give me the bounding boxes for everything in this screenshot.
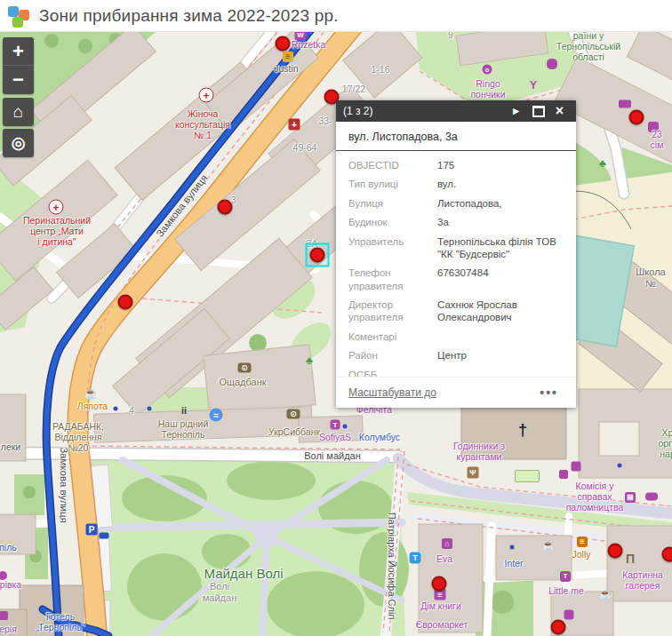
popup-field-row: Директор управителяСахнюк Ярослав Олекса…	[348, 298, 564, 324]
feature-marker[interactable]	[218, 200, 233, 215]
trees-icon	[645, 493, 658, 501]
selected-feature-marker[interactable]	[310, 248, 325, 263]
map-label: Жіноча консультація № 1	[175, 108, 230, 140]
layers-icon: ≡	[283, 52, 293, 62]
feature-marker[interactable]	[629, 110, 644, 125]
locate-icon: ◎	[12, 133, 26, 153]
map-label: Ощадбанк	[219, 377, 266, 388]
app-title: Зони прибирання зима 2022-2023 рр.	[39, 6, 339, 26]
shirt-icon: T	[331, 420, 340, 430]
map-label: УкрСиббанк	[268, 426, 320, 437]
popup-field-row: УправительТернопільська філія ТОВ "КК "Б…	[348, 235, 564, 261]
popup-next-button[interactable]: ►	[506, 105, 527, 117]
field-label: Тип вулиці	[348, 178, 437, 190]
field-value: Листопадова,	[437, 197, 564, 210]
popup-field-row: Телефон управителя676307484	[348, 266, 564, 292]
map-label: Дім книги	[420, 600, 461, 611]
maximize-icon	[532, 106, 545, 117]
poi-dot-icon	[148, 407, 152, 411]
map-label: рівка	[0, 579, 21, 590]
map-label: Замкова вулиця	[57, 447, 68, 523]
donut-icon: o	[483, 65, 492, 75]
clinic-cross-icon: +	[49, 200, 64, 215]
zoom-in-button[interactable]: +	[3, 37, 34, 66]
taxi-icon: T	[410, 553, 421, 564]
feature-marker[interactable]	[551, 620, 566, 635]
map-label: Justin	[274, 63, 298, 74]
field-label: Коментарі	[348, 330, 437, 343]
shop-icon	[0, 611, 8, 620]
shop-icon: W	[295, 32, 307, 41]
feature-marker[interactable]	[276, 36, 291, 52]
popup-more-button[interactable]: •••	[534, 385, 564, 401]
feature-marker[interactable]	[432, 576, 447, 592]
shirt-icon: T	[560, 571, 571, 582]
map-label: Школа №	[636, 266, 665, 289]
home-button[interactable]: ⌂	[3, 98, 34, 126]
clinic-cross-icon: +	[199, 88, 214, 103]
feature-marker[interactable]	[608, 544, 623, 559]
map-label: Little me	[548, 585, 584, 596]
popup-field-row: ОСББ	[348, 369, 564, 378]
popup-field-row: Коментарі	[348, 330, 564, 343]
map-label: Годинники з курантами	[453, 441, 505, 462]
popup-close-button[interactable]: ×	[550, 104, 569, 118]
map-label: Inter	[504, 558, 523, 568]
map-label: Патріарха Йосифа Сліп	[387, 513, 398, 620]
map-label: Волі майдан	[203, 581, 236, 603]
app-logo-icon	[7, 4, 30, 28]
lock-icon	[572, 462, 581, 472]
map-label: Rozetka	[292, 39, 326, 50]
map-label: Картинна галерея	[622, 569, 663, 591]
map-label: раїни у Тернопільській області	[556, 32, 620, 62]
poi-dot-icon	[114, 407, 118, 411]
map-label: Eva	[436, 553, 452, 564]
field-value	[437, 330, 564, 343]
poi-dot-icon	[618, 464, 622, 468]
zoom-to-link[interactable]: Масштабувати до	[348, 386, 436, 399]
popup-footer: Масштабувати до •••	[336, 377, 576, 408]
popup-field-row: Тип вулицівул.	[348, 178, 564, 190]
app-header: Зони прибирання зима 2022-2023 рр.	[0, 0, 672, 32]
plus-icon: +	[12, 40, 24, 63]
car-icon	[100, 533, 109, 539]
feature-marker[interactable]	[662, 547, 672, 562]
field-label: Телефон управителя	[348, 266, 437, 292]
map-label: Колумбус	[359, 432, 400, 442]
map-label: леки	[1, 441, 20, 452]
hospital-icon: +	[289, 119, 300, 131]
lock-icon	[559, 470, 568, 479]
popup-header: (1 з 2) ► ×	[336, 100, 576, 122]
map-label: Майдан Волі	[204, 566, 283, 581]
parking-icon: P	[86, 524, 98, 536]
poi-dot-icon	[510, 545, 515, 550]
map-label: SofiyaS	[319, 432, 351, 442]
map-label: 49-64	[293, 142, 317, 153]
field-value: 676307484	[437, 266, 564, 292]
popup-title: вул. Листопадова, 3а	[348, 131, 564, 143]
map-label: 1-16	[371, 64, 389, 75]
popup-maximize-button[interactable]	[527, 106, 550, 117]
popup-field-row: ВулицяЛистопадова,	[348, 197, 564, 210]
map-label: Перинатальний центр „Мати і дитина"	[23, 215, 91, 247]
locate-button[interactable]: ◎	[3, 129, 34, 157]
map-label: Замкова вулиця	[154, 172, 210, 240]
field-label: Район	[348, 349, 437, 362]
map-label: 33-	[318, 115, 332, 126]
zoom-out-button[interactable]: −	[3, 66, 34, 94]
popup-pager: (1 з 2)	[343, 105, 373, 117]
map-canvas[interactable]: RozetkaJustinRingo пончики91-1617/22Жіно…	[0, 32, 672, 636]
sofa-icon	[619, 100, 631, 108]
feature-marker[interactable]	[118, 295, 133, 310]
field-value	[437, 369, 564, 378]
cupcake-icon	[547, 59, 557, 69]
field-value: Сахнюк Ярослав Олександрович	[437, 298, 564, 324]
fountain-icon: ≈	[210, 409, 223, 422]
map-label: ерія	[0, 624, 17, 634]
feature-popup: (1 з 2) ► × вул. Листопадова, 3а OBJECTI…	[336, 100, 576, 408]
minus-icon: −	[12, 68, 24, 91]
popup-fields: OBJECTID175Тип вулицівул.ВулицяЛистопадо…	[336, 151, 576, 377]
map-label: Хр орга нар	[658, 427, 672, 459]
map-label: Євромаркет	[416, 619, 468, 630]
popup-field-row: OBJECTID175	[348, 159, 564, 171]
